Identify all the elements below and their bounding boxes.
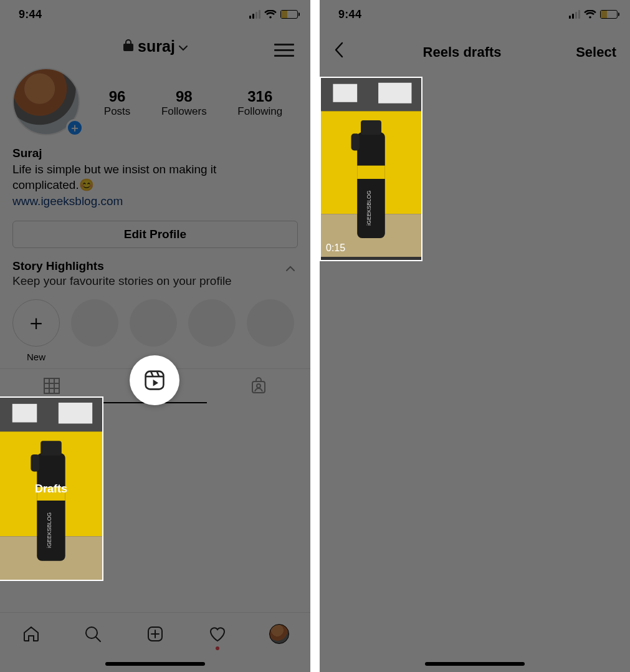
tab-tagged[interactable]: [207, 369, 310, 403]
nav-avatar-icon: [269, 624, 289, 644]
draft-thumbnail: iGEEKSBLOG: [321, 78, 421, 257]
svg-rect-37: [361, 120, 381, 135]
draft-item[interactable]: iGEEKSBLOG 0:15: [320, 77, 422, 261]
svg-line-12: [96, 637, 100, 641]
cellular-signal-icon: [249, 10, 260, 19]
svg-rect-32: [378, 83, 411, 103]
highlight-placeholder: [188, 299, 236, 362]
svg-text:iGEEKSBLOG: iGEEKSBLOG: [366, 190, 372, 225]
activity-dot: [216, 646, 219, 650]
svg-rect-21: [12, 404, 37, 423]
highlight-new-label: New: [27, 352, 45, 362]
hamburger-menu-button[interactable]: [274, 40, 294, 60]
bio-line-2: complicated.😊: [12, 177, 298, 193]
profile-screen: 9:44 suraj ＋: [0, 0, 310, 672]
battery-icon: [280, 10, 298, 19]
reels-icon: [143, 369, 166, 391]
select-button[interactable]: Select: [576, 44, 616, 60]
svg-point-10: [257, 384, 260, 388]
nav-home[interactable]: [19, 622, 44, 646]
status-icons: [569, 10, 618, 19]
status-bar: 9:44: [320, 0, 630, 29]
svg-rect-38: [351, 133, 360, 150]
highlight-placeholder: [130, 299, 177, 362]
draft-duration: 0:15: [326, 242, 345, 254]
profile-header: suraj: [0, 29, 310, 68]
story-highlights-section: Story Highlights Keep your favourite sto…: [0, 248, 310, 368]
posts-label: Posts: [104, 105, 131, 118]
drafts-header: Reels drafts Select: [320, 29, 630, 77]
wifi-icon: [264, 10, 277, 19]
following-label: Following: [237, 105, 282, 118]
edit-profile-button[interactable]: Edit Profile: [12, 221, 298, 248]
profile-bio: Suraj Life is simple but we insist on ma…: [0, 138, 310, 212]
drafts-title: Reels drafts: [423, 44, 502, 60]
status-icons: [249, 10, 298, 19]
highlight-new[interactable]: ＋ New: [12, 299, 60, 362]
svg-rect-22: [59, 403, 92, 424]
reels-drafts-tile[interactable]: iGEEKSBLOG Drafts: [0, 396, 103, 581]
reels-drafts-screen: 9:44 Reels drafts Select: [320, 0, 630, 672]
svg-rect-27: [41, 441, 62, 456]
following-stat[interactable]: 316 Following: [237, 88, 282, 118]
chevron-down-icon: [179, 43, 188, 53]
add-story-badge[interactable]: ＋: [66, 119, 84, 137]
chevron-up-icon[interactable]: [285, 263, 295, 274]
highlights-title: Story Highlights: [12, 259, 298, 273]
bio-link[interactable]: www.igeeksblog.com: [12, 193, 298, 209]
highlights-subtitle: Keep your favourite stories on your prof…: [12, 274, 298, 288]
drafts-grid: iGEEKSBLOG 0:15: [320, 77, 630, 261]
wifi-icon: [584, 10, 596, 19]
display-name: Suraj: [12, 145, 298, 161]
heart-icon: [208, 625, 227, 643]
highlight-placeholder: [247, 299, 294, 362]
followers-stat[interactable]: 98 Followers: [161, 88, 207, 118]
back-button[interactable]: [330, 39, 348, 65]
nav-new-post[interactable]: [143, 622, 168, 646]
cellular-signal-icon: [569, 10, 580, 19]
battery-icon: [600, 10, 618, 19]
new-post-icon: [146, 625, 165, 643]
svg-rect-0: [44, 378, 59, 393]
plus-icon: ＋: [26, 309, 47, 337]
following-count: 316: [237, 88, 282, 105]
nav-profile[interactable]: [267, 622, 292, 646]
home-indicator: [105, 662, 205, 666]
svg-rect-16: [146, 372, 164, 390]
profile-info-row: ＋ 96 Posts 98 Followers 316 Following: [0, 68, 310, 138]
smile-emoji: 😊: [79, 177, 94, 193]
chevron-left-icon: [333, 41, 345, 59]
svg-rect-28: [31, 454, 39, 472]
posts-stat[interactable]: 96 Posts: [104, 88, 131, 118]
username-dropdown[interactable]: suraj: [123, 37, 188, 55]
home-icon: [22, 625, 41, 643]
status-time: 9:44: [19, 8, 42, 21]
grid-icon: [42, 377, 61, 395]
nav-activity[interactable]: [205, 622, 230, 646]
followers-label: Followers: [161, 105, 207, 118]
bio-line-1: Life is simple but we insist on making i…: [12, 161, 298, 178]
home-indicator: [425, 662, 525, 666]
highlight-placeholder: [71, 299, 118, 362]
search-icon: [84, 625, 102, 643]
profile-avatar[interactable]: ＋: [12, 68, 82, 138]
tagged-icon: [249, 377, 268, 395]
drafts-tile-label: Drafts: [35, 482, 67, 496]
nav-search[interactable]: [80, 622, 105, 646]
lock-icon: [123, 39, 134, 54]
status-bar: 9:44: [0, 0, 310, 29]
followers-count: 98: [161, 88, 207, 105]
username-text: suraj: [138, 37, 175, 55]
svg-text:iGEEKSBLOG: iGEEKSBLOG: [46, 512, 52, 548]
screens-divider: [310, 0, 320, 672]
reels-tab-highlight[interactable]: [130, 355, 179, 405]
svg-rect-36: [357, 166, 385, 179]
posts-count: 96: [104, 88, 131, 105]
svg-rect-31: [333, 84, 357, 102]
status-time: 9:44: [338, 8, 361, 21]
